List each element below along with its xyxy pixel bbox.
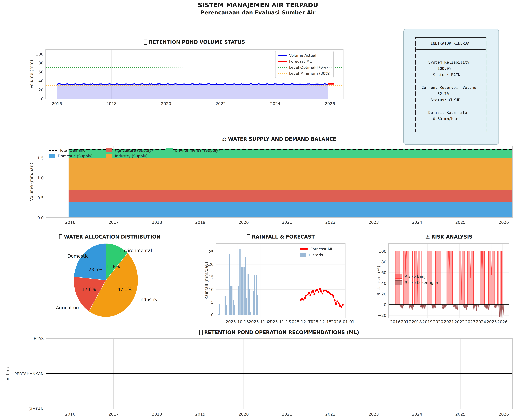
rainfall-legend: Forecast ML Historis [300, 247, 333, 257]
indicator-line: ║ System Reliability ║ [404, 59, 499, 65]
risk-legend: Risiko Banjir Risiko Kekeringan [395, 274, 438, 285]
y-tick-label: 20 [38, 88, 44, 92]
pie-slice-label: Domestic [68, 254, 89, 259]
performance-indicator-panel: ╔══════════════════════════════╗║ INDIKA… [403, 29, 499, 145]
legend-item: Agriculture (Supply) [106, 148, 153, 153]
y-tick-label: 15 [209, 275, 214, 279]
x-tick-label: 2019 [195, 412, 205, 416]
x-tick-label: 2024 [476, 320, 486, 324]
legend-item: Industry (Supply) [106, 154, 153, 158]
y-tick-label: 20 [209, 262, 214, 267]
x-tick-label: 2022 [325, 220, 335, 225]
y-tick-label: 100 [379, 249, 386, 254]
y-tick-label: 40 [38, 79, 44, 83]
pie-slice-label: Agriculture [56, 305, 80, 310]
missing-emoji-icon [144, 39, 147, 45]
forecast-swatch-icon [300, 248, 308, 249]
pie-percent-label: 23.5% [88, 267, 103, 272]
indicator-line: ║ 100.0% ║ [404, 65, 499, 72]
indicator-line: ╔══════════════════════════════╗ [404, 34, 499, 40]
x-tick-label: 2022 [455, 320, 465, 324]
y-tick-label: SIMPAN [29, 407, 44, 411]
legend-item: Total Demand [49, 148, 93, 153]
legend-item: Level Minimum (30%) [278, 71, 330, 76]
allocation-chart-title: WATER ALLOCATION DISTRIBUTION [59, 234, 160, 240]
indicator-line: ║ Status: BAIK ║ [404, 72, 499, 78]
x-tick-label: 2026 [499, 220, 509, 225]
indicator-line: ╚══════════════════════════════╝ [404, 128, 499, 135]
volume-actual-swatch-icon [278, 55, 287, 56]
x-tick-label: 2022 [325, 412, 335, 416]
forecast-ml-swatch-icon [278, 61, 287, 62]
x-tick-label: 2017 [401, 320, 411, 324]
x-tick-label: 2016 [65, 412, 75, 416]
volume-chart-title: RETENTION POND VOLUME STATUS [144, 39, 245, 45]
x-tick-label: 2020 [161, 101, 171, 106]
x-tick-label: 2023 [465, 320, 475, 324]
y-tick-label: 0.0 [37, 216, 44, 220]
legend-item: Historis [300, 253, 333, 257]
pie-percent-label: 11.8% [106, 264, 120, 269]
x-tick-label: 2020 [433, 320, 443, 324]
x-tick-label: 2025-11-15 [268, 320, 291, 324]
x-tick-label: 2025 [486, 320, 497, 324]
y-tick-label: 60 [38, 70, 44, 74]
rainfall-chart-title: RAINFALL & FORECAST [247, 234, 315, 240]
legend-item: Volume Actual [278, 53, 330, 58]
x-tick-label: 2025 [455, 412, 465, 416]
water-management-dashboard: SISTEM MANAJEMEN AIR TERPADU Perencanaan… [0, 0, 516, 420]
y-tick-label: 20 [381, 292, 386, 296]
y-tick-label: 0 [41, 97, 44, 101]
x-tick-label: 2023 [369, 412, 379, 416]
legend-item: Level Optimal (70%) [278, 65, 330, 70]
legend-item: Risiko Kekeringan [395, 280, 438, 285]
rainfall-ylabel: Rainfall (mm/day) [204, 262, 209, 300]
y-tick-label: −20 [378, 313, 386, 318]
x-tick-label: 2016 [390, 320, 400, 324]
x-tick-label: 2020 [238, 220, 249, 225]
x-tick-label: 2025 [455, 220, 465, 225]
indicator-line: ║ 32.7% ║ [404, 90, 499, 97]
y-tick-label: LEPAS [31, 336, 44, 341]
risk-chart-title: ⚠ RISK ANALYSIS [425, 234, 472, 240]
x-tick-label: 2018 [152, 412, 162, 416]
balance-ylabel: Volume (mm/hari) [29, 163, 34, 201]
operations-chart-title: RETENTION POND OPERATION RECOMMENDATIONS… [199, 330, 359, 335]
x-tick-label: 2017 [108, 412, 119, 416]
x-tick-label: 2024 [412, 220, 422, 225]
y-tick-label: 10 [209, 287, 214, 292]
y-tick-label: 80 [381, 260, 386, 264]
volume-ylabel: Volume (mm) [29, 60, 34, 89]
indicator-line: ║ Current Reservoir Volume ║ [404, 84, 499, 90]
warning-icon: ⚠ [425, 234, 430, 240]
y-tick-label: 1.5 [37, 156, 44, 160]
operations-chart-canvas [46, 338, 513, 409]
y-tick-label: 25 [209, 249, 214, 254]
x-tick-label: 2021 [282, 412, 292, 416]
pie-slice-label: Environmental [120, 248, 152, 253]
indicator-line: ║ ║ [404, 103, 499, 109]
y-tick-label: 100 [36, 52, 44, 56]
indicator-line: ║ 0.60 mm/hari ║ [404, 116, 499, 122]
pie-percent-label: 47.1% [117, 287, 132, 292]
balance-legend: Total Demand Domestic (Supply) Agricultu… [49, 148, 220, 158]
x-tick-label: 2023 [369, 220, 379, 225]
y-tick-label: 80 [38, 61, 44, 65]
x-tick-label: 2026 [499, 412, 509, 416]
x-tick-label: 2026 [497, 320, 508, 324]
y-tick-label: PERTAHANKAN [14, 372, 44, 376]
drought-risk-swatch-icon [395, 280, 402, 285]
risk-ylabel: Risk Level (%) [376, 266, 381, 296]
x-tick-label: 2019 [195, 220, 205, 225]
indicator-line: ║ ║ [404, 78, 499, 84]
operations-ylabel: Action [5, 367, 10, 380]
x-tick-label: 2020 [238, 412, 249, 416]
x-tick-label: 2021 [444, 320, 454, 324]
x-tick-label: 2024 [270, 101, 281, 106]
indicator-line: ║ ║ [404, 53, 499, 59]
pie-percent-label: 17.6% [82, 287, 96, 292]
level-optimal-swatch-icon [278, 67, 287, 68]
x-tick-label: 2026-01-01 [331, 320, 354, 324]
y-tick-label: 5 [211, 300, 214, 304]
legend-item: Forecast ML [300, 247, 333, 251]
